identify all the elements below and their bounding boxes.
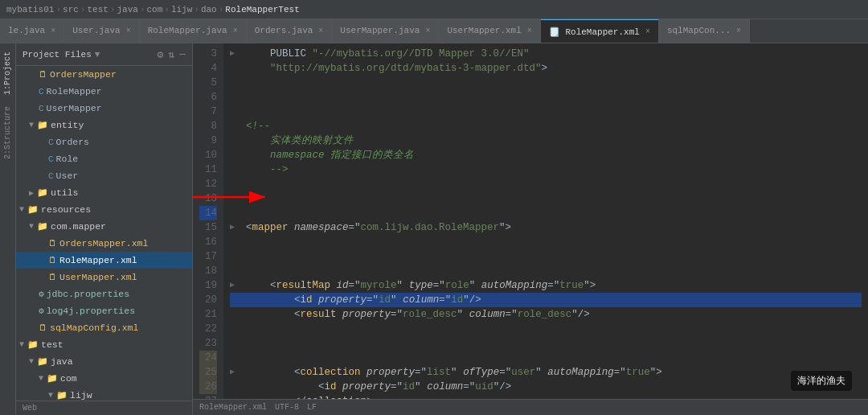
code-line <box>230 177 862 220</box>
breadcrumb-item[interactable]: lijw <box>171 5 192 14</box>
list-item[interactable]: C User <box>16 167 192 184</box>
code-line: namespace 指定接口的类全名 <box>230 148 862 162</box>
code-editor-area: 3 4 5 6 7 8 9 10 11 12 13 14 15 16 17 18… <box>193 43 868 415</box>
xml-file-icon: 🗒 <box>39 323 47 333</box>
sidebar-bottom-tab-web[interactable]: Web <box>16 401 192 415</box>
code-line: ▶ PUBLIC "-//mybatis.org//DTD Mapper 3.0… <box>230 47 862 61</box>
chevron-down-icon: ▼ <box>95 50 100 60</box>
code-line: <id property="id" column="uid"/> <box>230 380 862 394</box>
java-file-icon: C <box>48 138 54 147</box>
folder-icon: 📁 <box>37 356 48 367</box>
tab-usermapper-xml[interactable]: UserMapper.xml × <box>439 19 540 43</box>
list-item[interactable]: ▼ 📁 lijw <box>16 387 192 401</box>
expand-arrow-icon: ▼ <box>19 340 27 349</box>
breadcrumb-item[interactable]: mybatis01 <box>6 5 54 14</box>
code-line: --> <box>230 162 862 177</box>
list-item[interactable]: C Role <box>16 150 192 167</box>
status-text: RoleMapper.xml <box>199 403 267 412</box>
list-item[interactable]: 🗒 OrdersMapper.xml <box>16 235 192 252</box>
list-item[interactable]: ▼ 📁 java <box>16 353 192 370</box>
breadcrumb-item-active[interactable]: RoleMapperTest <box>225 5 299 14</box>
list-item[interactable]: ▼ 📁 test <box>16 336 192 353</box>
breadcrumb-item[interactable]: dao <box>201 5 217 14</box>
close-tab-icon[interactable]: × <box>318 27 323 35</box>
xml-file-icon: 🗒 <box>48 238 57 249</box>
tab-orders-java[interactable]: Orders.java × <box>247 19 333 43</box>
close-tab-icon[interactable]: × <box>736 27 741 35</box>
list-item[interactable]: ▼ 📁 entity <box>16 117 192 134</box>
left-vertical-tabs: 1:Project 2:Structure <box>0 43 16 415</box>
breadcrumb: mybatis01 › src › test › java › com › li… <box>0 0 868 19</box>
list-item[interactable]: ▼ 📁 com <box>16 370 192 387</box>
gear-icon[interactable]: ⚙ <box>158 48 164 61</box>
line-numbers: 3 4 5 6 7 8 9 10 11 12 13 14 15 16 17 18… <box>193 43 223 399</box>
code-line <box>230 322 862 365</box>
breadcrumb-item[interactable]: src <box>63 5 79 14</box>
close-tab-icon[interactable]: × <box>233 27 238 35</box>
properties-file-icon: ⚙ <box>39 289 44 299</box>
list-item[interactable]: C RoleMapper <box>16 83 192 100</box>
tab-sqlmapcon[interactable]: sqlMapCon... × <box>659 19 750 43</box>
watermark: 海洋的渔夫 <box>791 371 852 391</box>
tab-rolemapper-java[interactable]: RoleMapper.java × <box>140 19 247 43</box>
code-line <box>230 76 862 119</box>
tab-user-java[interactable]: User.java × <box>64 19 139 43</box>
expand-arrow-icon: ▼ <box>29 357 37 366</box>
list-item[interactable]: ⚙ jdbc.properties <box>16 286 192 302</box>
java-file-icon: C <box>48 154 54 164</box>
expand-arrow-icon: ▼ <box>19 205 27 214</box>
expand-arrow-icon: ▶ <box>29 188 37 198</box>
sidebar-tab-project[interactable]: 1:Project <box>2 47 14 100</box>
code-line: 实体类的映射文件 <box>230 134 862 148</box>
encoding-label: UTF-8 <box>275 403 299 412</box>
list-item[interactable]: C Orders <box>16 134 192 150</box>
list-item[interactable]: ▼ 📁 resources <box>16 201 192 218</box>
list-item[interactable]: 🗒 OrdersMapper <box>16 66 192 83</box>
sidebar-tab-structure[interactable]: 2:Structure <box>2 101 14 164</box>
code-editor[interactable]: 3 4 5 6 7 8 9 10 11 12 13 14 15 16 17 18… <box>193 43 868 399</box>
sidebar-file-tree: 🗒 OrdersMapper C RoleMapper C <box>16 66 192 401</box>
sidebar-title: Project Files ▼ <box>23 50 100 60</box>
close-tab-icon[interactable]: × <box>527 27 532 35</box>
java-file-icon: C <box>39 87 44 97</box>
collapse-icon[interactable]: — <box>179 48 186 61</box>
code-line: <result property="role_desc" column="rol… <box>230 307 862 322</box>
close-tab-icon[interactable]: × <box>425 27 430 35</box>
list-item[interactable]: ▶ 📁 utils <box>16 184 192 201</box>
folder-icon: 📁 <box>37 120 48 130</box>
java-file-icon: C <box>39 104 44 113</box>
tab-le-java[interactable]: le.java × <box>0 19 64 43</box>
list-item-selected[interactable]: 🗒 RoleMapper.xml <box>16 252 192 269</box>
close-tab-icon[interactable]: × <box>645 27 650 36</box>
code-line-highlighted: <id property="id" column="id"/> <box>230 293 862 307</box>
breadcrumb-item[interactable]: test <box>87 5 108 14</box>
tab-usermapper-java[interactable]: UserMapper.java × <box>332 19 439 43</box>
expand-arrow-icon: ▼ <box>29 121 37 129</box>
folder-icon: 📁 <box>27 339 39 350</box>
list-item[interactable]: ⚙ log4j.properties <box>16 302 192 319</box>
sidebar-header: Project Files ▼ ⚙ ⇅ — <box>16 43 192 66</box>
list-item[interactable]: 🗒 UserMapper.xml <box>16 269 192 286</box>
folder-icon: 📁 <box>37 221 48 232</box>
code-line: "http://mybatis.org/dtd/mybatis-3-mapper… <box>230 61 862 76</box>
status-bar: RoleMapper.xml UTF-8 LF <box>193 399 868 415</box>
sort-icon[interactable]: ⇅ <box>168 48 174 61</box>
close-tab-icon[interactable]: × <box>51 27 55 35</box>
list-item[interactable]: 🗒 sqlMapConfig.xml <box>16 319 192 336</box>
code-content[interactable]: ▶ PUBLIC "-//mybatis.org//DTD Mapper 3.0… <box>223 43 868 399</box>
breadcrumb-item[interactable]: com <box>146 5 162 14</box>
breadcrumb-item[interactable]: java <box>117 5 137 14</box>
project-sidebar: Project Files ▼ ⚙ ⇅ — 🗒 OrdersMapper <box>16 43 193 415</box>
code-line: ▶ <resultMap id="myrole" type="role" aut… <box>230 278 862 293</box>
xml-file-icon: 🗒 <box>39 69 47 80</box>
list-item[interactable]: C UserMapper <box>16 100 192 117</box>
tab-rolemapper-xml[interactable]: 🗒️ RoleMapper.xml × <box>541 19 659 43</box>
tabs-bar: le.java × User.java × RoleMapper.java × … <box>0 19 868 43</box>
list-item[interactable]: ▼ 📁 com.mapper <box>16 218 192 235</box>
folder-icon: 📁 <box>37 187 48 198</box>
expand-arrow-icon: ▼ <box>29 222 37 231</box>
close-tab-icon[interactable]: × <box>126 27 131 35</box>
xml-file-icon: 🗒 <box>48 272 57 282</box>
xml-file-icon: 🗒 <box>48 255 57 265</box>
properties-file-icon: ⚙ <box>39 306 44 316</box>
